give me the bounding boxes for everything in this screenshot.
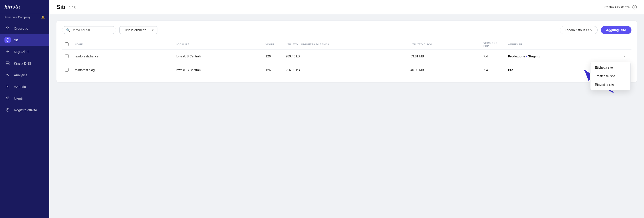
sidebar-item-label: Azienda — [14, 85, 26, 89]
col-header-php: VERSIONE PHP — [480, 40, 505, 50]
sites-card: 🔍 Tutte le etichette ▾ Espora tutto in C… — [56, 21, 637, 82]
row2-check-cell — [62, 63, 72, 77]
sidebar-item-label: Siti — [14, 38, 18, 42]
col-header-ambiente: AMBIENTE — [505, 40, 617, 50]
table-header: NOME ↑ LOCALITÀ VISITE UTILIZZO LARGHEZZ… — [62, 40, 632, 50]
dns-icon — [4, 60, 11, 66]
row1-three-dots-button[interactable]: ⋮ — [620, 54, 628, 59]
help-icon: ? — [632, 5, 637, 10]
sidebar-item-label: Kinsta DNS — [14, 62, 31, 65]
sidebar-item-cruscotto[interactable]: Cruscotto — [0, 23, 49, 34]
bell-icon[interactable]: 🔔 — [41, 16, 45, 19]
sites-table-wrapper: NOME ↑ LOCALITÀ VISITE UTILIZZO LARGHEZZ… — [62, 40, 632, 77]
sidebar: kinsta Awesome Company 🔔 Cruscotto Siti … — [0, 0, 49, 218]
row1-env-badge: Produzione•Staging — [508, 55, 540, 58]
svg-rect-1 — [6, 62, 10, 63]
sidebar-item-label: Utenti — [14, 96, 22, 100]
row1-name[interactable]: rainforestalliance — [72, 50, 173, 63]
building-icon — [4, 83, 11, 90]
page-header: Siti 2 / 5 Centro Assistenza ? — [49, 0, 644, 14]
tag-filter-label: Tutte le etichette — [123, 28, 146, 32]
row1-bandwidth: 289.45 kB — [282, 50, 408, 63]
row1-visits: 126 — [262, 50, 282, 63]
dropdown-item-rinomina[interactable]: Rinomina sito — [590, 80, 630, 89]
row2-bandwidth: 226.39 kB — [282, 63, 408, 77]
col-header-action — [617, 40, 632, 50]
table-row: rainforest blog Iowa (US Central) 126 22… — [62, 63, 632, 77]
table-row: rainforestalliance Iowa (US Central) 126… — [62, 50, 632, 63]
users-icon — [4, 95, 11, 101]
svg-rect-2 — [6, 64, 10, 65]
sidebar-item-registro-attivita[interactable]: Registro attività — [0, 104, 49, 116]
home-icon — [4, 25, 11, 31]
sidebar-item-label: Registro attività — [14, 108, 37, 112]
row1-check-cell — [62, 50, 72, 63]
row1-disk: 53.81 MB — [407, 50, 480, 63]
dropdown-item-trasferisci[interactable]: Trasferisci sito — [590, 72, 630, 80]
company-name-row: Awesome Company 🔔 — [0, 13, 49, 21]
row1-dropdown-menu: Etichetta sito Trasferisci sito Rinomina… — [590, 62, 630, 90]
col-header-disco: UTILIZZO DISCO — [407, 40, 480, 50]
migrate-icon — [4, 49, 11, 55]
row1-action-cell: ⋮ Etichetta sito Trasferisci sito Rinomi… — [617, 50, 632, 63]
row1-php: 7.4 — [480, 50, 505, 63]
row2-visits: 126 — [262, 63, 282, 77]
row1-env: Produzione•Staging — [505, 50, 617, 63]
sidebar-item-analytics[interactable]: Analytics — [0, 69, 49, 81]
sidebar-item-siti[interactable]: Siti — [0, 34, 49, 46]
sidebar-item-label: Cruscotto — [14, 27, 28, 30]
col-header-localita: LOCALITÀ — [173, 40, 262, 50]
page-title: Siti — [56, 4, 66, 11]
export-csv-button[interactable]: Espora tutto in CSV — [560, 26, 598, 34]
company-name: Awesome Company — [4, 16, 30, 19]
globe-icon — [4, 37, 11, 43]
row1-dropdown-container: ⋮ Etichetta sito Trasferisci sito Rinomi… — [620, 54, 628, 59]
chart-icon — [4, 72, 11, 78]
sort-arrow-nome: ↑ — [84, 43, 86, 46]
title-area: Siti 2 / 5 — [56, 4, 76, 11]
row2-php: 7.4 — [480, 63, 505, 77]
col-header-visite: VISITE — [262, 40, 282, 50]
row2-disk: 46.93 MB — [407, 63, 480, 77]
sidebar-header: kinsta — [0, 0, 49, 13]
sidebar-item-label: Analytics — [14, 73, 27, 77]
col-header-nome[interactable]: NOME ↑ — [72, 40, 173, 50]
table-body: rainforestalliance Iowa (US Central) 126… — [62, 50, 632, 77]
sidebar-item-label: Migrazioni — [14, 50, 29, 54]
chevron-down-icon: ▾ — [152, 28, 154, 32]
help-center-label: Centro Assistenza — [604, 6, 630, 9]
sidebar-nav: Cruscotto Siti Migrazioni Kinsta DNS — [0, 23, 49, 218]
col-header-check — [62, 40, 72, 50]
search-box[interactable]: 🔍 — [62, 26, 116, 34]
col-header-banda: UTILIZZO LARGHEZZA DI BANDA — [282, 40, 408, 50]
dropdown-item-etichetta[interactable]: Etichetta sito — [590, 63, 630, 72]
logo: kinsta — [4, 4, 20, 10]
row2-env-badge: Pro — [508, 68, 513, 72]
toolbar: 🔍 Tutte le etichette ▾ Espora tutto in C… — [62, 26, 632, 34]
sites-table: NOME ↑ LOCALITÀ VISITE UTILIZZO LARGHEZZ… — [62, 40, 632, 77]
help-center-link[interactable]: Centro Assistenza ? — [604, 5, 637, 10]
tag-filter-dropdown[interactable]: Tutte le etichette ▾ — [119, 26, 158, 34]
row1-checkbox[interactable] — [65, 54, 68, 58]
sidebar-item-azienda[interactable]: Azienda — [0, 81, 49, 92]
row2-checkbox[interactable] — [65, 68, 68, 72]
main-content: Siti 2 / 5 Centro Assistenza ? 🔍 Tutte l… — [49, 0, 644, 218]
row1-location: Iowa (US Central) — [173, 50, 262, 63]
select-all-checkbox[interactable] — [65, 42, 68, 46]
sidebar-item-utenti[interactable]: Utenti — [0, 92, 49, 104]
svg-point-4 — [6, 97, 8, 98]
sidebar-item-kinsta-dns[interactable]: Kinsta DNS — [0, 57, 49, 69]
add-site-button[interactable]: Aggiungi sito — [601, 26, 632, 34]
activity-icon — [4, 107, 11, 113]
row2-location: Iowa (US Central) — [173, 63, 262, 77]
row2-name[interactable]: rainforest blog — [72, 63, 173, 77]
search-input[interactable] — [72, 28, 112, 32]
sidebar-item-migrazioni[interactable]: Migrazioni — [0, 46, 49, 57]
page-content: 🔍 Tutte le etichette ▾ Espora tutto in C… — [49, 14, 644, 218]
search-icon: 🔍 — [66, 28, 70, 32]
site-count: 2 / 5 — [68, 6, 76, 10]
